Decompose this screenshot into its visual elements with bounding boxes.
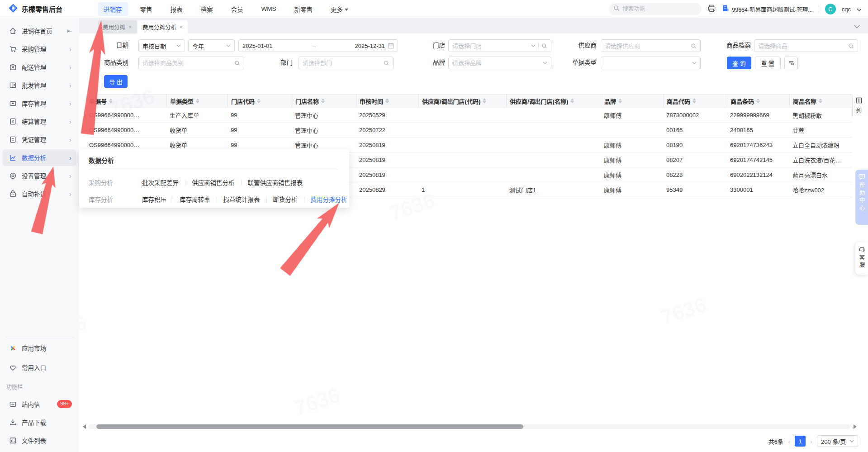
column-settings-tab[interactable]: 列 <box>852 95 865 117</box>
column-header[interactable]: 品牌 <box>601 95 663 107</box>
topnav-item-huiyuan[interactable]: 会员 <box>225 2 249 16</box>
query-button[interactable]: 查 询 <box>727 57 751 69</box>
column-header[interactable]: 商品名称 <box>789 95 852 107</box>
brand-filter-label: 品牌 <box>400 57 445 69</box>
store-filter-select[interactable] <box>448 39 551 52</box>
topnav-item-jinxiaocun[interactable]: 进销存 <box>98 2 128 16</box>
doctype-filter-select[interactable] <box>601 57 701 69</box>
sidebar-item-app-market[interactable]: 应用市场 <box>0 339 79 357</box>
column-header[interactable]: 商品条码 <box>727 95 789 107</box>
chevron-down-icon[interactable] <box>857 5 862 13</box>
tab-feiyongfentan[interactable]: 费用分摊 × <box>98 20 137 33</box>
topnav-item-lingshou[interactable]: 零售 <box>134 2 158 16</box>
cell-audit-time: 20250529 <box>356 108 418 122</box>
product-filter-select[interactable] <box>754 39 858 52</box>
topnav-item-baobiao[interactable]: 报表 <box>165 2 189 16</box>
department-filter-select[interactable] <box>299 57 394 69</box>
supplier-filter-input[interactable] <box>605 43 688 49</box>
date-start-value[interactable]: 2025-01-01 <box>242 43 273 49</box>
search-icon[interactable] <box>691 43 697 49</box>
date-type-select[interactable]: 审核日期 <box>138 39 185 52</box>
help-chat-icon <box>859 173 865 180</box>
column-header[interactable]: 门店代码 <box>228 95 292 107</box>
sidebar-collapse-icon[interactable]: ⇤ <box>67 22 72 40</box>
page-size-select[interactable]: 200 条/页 <box>817 435 858 447</box>
menu-link-stock-backlog[interactable]: 库存积压 <box>142 195 166 204</box>
sidebar-item-purchase[interactable]: 采购管理 › <box>0 40 79 58</box>
category-filter-select[interactable] <box>138 57 244 69</box>
department-filter-input[interactable] <box>303 60 381 67</box>
close-icon[interactable]: × <box>128 24 132 30</box>
brand-filter-select[interactable] <box>448 57 551 69</box>
menu-link-expense-allocation-analysis[interactable]: 费用分摊分析 <box>311 195 347 204</box>
brand-filter-input[interactable] <box>452 60 540 67</box>
sidebar-item-settings[interactable]: 设置管理 › <box>0 167 79 185</box>
column-header[interactable]: 单据号 <box>86 95 166 107</box>
sidebar-item-voucher[interactable]: 凭证管理 › <box>0 130 79 148</box>
column-header[interactable]: 审核时间 <box>356 95 418 107</box>
horizontal-scrollbar-thumb[interactable] <box>96 424 523 429</box>
sidebar-item-analytics[interactable]: 数据分析 › <box>0 148 79 167</box>
help-center-tab[interactable]: 帮助中心 <box>855 170 868 225</box>
advanced-filter-button[interactable] <box>784 57 798 69</box>
search-icon[interactable] <box>848 43 854 49</box>
topnav-item-more[interactable]: 更多 <box>325 2 354 16</box>
customer-service-tab[interactable]: 客服 <box>855 242 868 275</box>
menu-link-profit-loss-report[interactable]: 损益统计报表 <box>223 195 260 204</box>
search-input[interactable] <box>622 6 690 12</box>
divider <box>241 180 242 186</box>
store-filter-input[interactable] <box>452 43 528 49</box>
sidebar-item-product-download[interactable]: 产品下载 <box>0 413 79 431</box>
date-preset-select[interactable]: 今年 <box>188 39 235 52</box>
next-page-icon[interactable]: › <box>810 438 812 445</box>
date-end-value[interactable]: 2025-12-31 <box>355 43 385 49</box>
app-logo[interactable]: 乐檬零售后台 <box>0 3 89 15</box>
search-icon[interactable] <box>384 60 389 66</box>
menu-link-stockout-analysis[interactable]: 断货分析 <box>273 195 298 204</box>
supplier-filter-select[interactable] <box>601 39 701 52</box>
sidebar-item-inventory[interactable]: 库存管理 › <box>0 94 79 112</box>
date-range-picker[interactable]: 2025-01-01 → 2025-12-31 <box>238 39 398 52</box>
sidebar-item-favorites[interactable]: 常用入口 <box>0 358 79 376</box>
reset-button[interactable]: 重 置 <box>755 57 781 69</box>
cell-brand: 康师傅 <box>601 108 663 122</box>
global-search[interactable] <box>609 3 702 15</box>
menu-link-batch-diff[interactable]: 批次采配差异 <box>142 178 179 187</box>
column-header[interactable]: 单据类型 <box>166 95 228 107</box>
sidebar-item-replenish[interactable]: 自动补货 › <box>0 185 79 203</box>
sidebar-item-file-list[interactable]: 文件列表 <box>0 431 79 449</box>
product-filter-input[interactable] <box>758 43 845 49</box>
sidebar-item-wholesale[interactable]: 批发管理 › <box>0 76 79 94</box>
column-header[interactable]: 供应商/调出门店(代码) <box>418 95 506 107</box>
tab-feiyongfentan-fenxi[interactable]: 费用分摊分析 × <box>138 20 188 33</box>
table-row[interactable]: OS99664990000… 生产入库单 99 管理中心 20250529 康师… <box>86 108 852 123</box>
sidebar-item-messages[interactable]: 站内信 99+ <box>0 395 79 413</box>
printer-icon[interactable] <box>707 4 716 14</box>
export-button[interactable]: 导 出 <box>104 75 128 88</box>
table-row[interactable]: OS99664990000… 收货单 99 管理中心 20250722 0016… <box>86 123 852 138</box>
page-number[interactable]: 1 <box>795 436 806 447</box>
category-filter-input[interactable] <box>142 60 232 67</box>
column-header[interactable]: 门店名称 <box>292 95 356 107</box>
sidebar-item-settlement[interactable]: $ 结算管理 › <box>0 112 79 130</box>
sidebar-item-delivery[interactable]: 配送管理 › <box>0 58 79 76</box>
store-selector[interactable]: 99664-新界面商超版测试-管理... <box>722 5 813 14</box>
menu-link-supplier-sales[interactable]: 供应商销售分析 <box>192 178 235 187</box>
search-icon[interactable] <box>541 43 547 49</box>
collapse-filter-chevron-icon[interactable] <box>854 22 860 30</box>
scroll-left-arrow-icon[interactable] <box>83 424 86 429</box>
menu-link-stock-turnover[interactable]: 库存周转率 <box>180 195 210 204</box>
column-header[interactable]: 商品代码 <box>663 95 727 107</box>
close-icon[interactable]: × <box>180 24 183 30</box>
menu-group-purchase-analysis: 采购分析 批次采配差异 供应商销售分析 联营供应商销售报表 <box>89 178 339 187</box>
topnav-item-wms[interactable]: WMS <box>256 3 282 14</box>
topnav-item-xinlingshou[interactable]: 新零售 <box>289 2 319 16</box>
prev-page-icon[interactable]: ‹ <box>788 438 790 445</box>
search-icon[interactable] <box>234 60 240 66</box>
scroll-right-arrow-icon[interactable] <box>854 424 857 429</box>
download-icon <box>9 418 17 426</box>
topnav-item-dangan[interactable]: 档案 <box>195 2 219 16</box>
column-header[interactable]: 供应商/调出门店(名称) <box>506 95 601 107</box>
avatar[interactable]: C <box>825 4 836 14</box>
menu-link-joint-supplier-report[interactable]: 联营供应商销售报表 <box>248 178 303 187</box>
